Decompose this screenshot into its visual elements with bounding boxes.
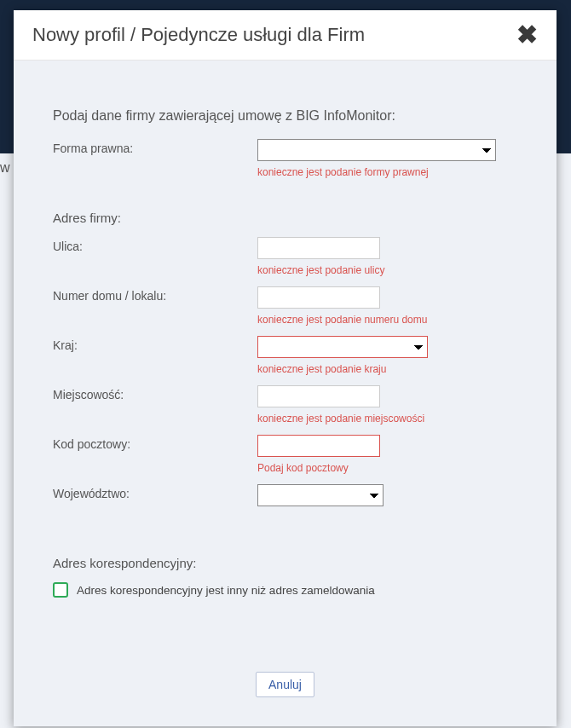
input-kod-pocztowy[interactable] [257,435,380,457]
row-kraj: Kraj: konieczne jest podanie kraju [53,336,517,382]
row-correspondence-checkbox: Adres korespondencyjny jest inny niż adr… [53,582,517,598]
label-ulica: Ulica: [53,237,257,253]
label-wojewodztwo: Województwo: [53,484,257,500]
section-company-data-title: Podaj dane firmy zawierającej umowę z BI… [53,108,517,124]
input-miejscowosc[interactable] [257,385,380,407]
input-numer-domu[interactable] [257,286,380,309]
row-miejscowosc: Miejscowość: konieczne jest podanie miej… [53,385,517,431]
input-ulica[interactable] [257,237,380,259]
modal-title: Nowy profil / Pojedyncze usługi dla Firm [32,24,365,46]
checkbox-different-correspondence-address[interactable] [53,582,68,598]
close-icon[interactable]: ✖ [516,22,538,48]
label-kod-pocztowy: Kod pocztowy: [53,435,257,451]
modal-new-profile: Nowy profil / Pojedyncze usługi dla Firm… [14,10,557,726]
section-correspondence-title: Adres korespondencyjny: [53,556,517,570]
row-kod-pocztowy: Kod pocztowy: Podaj kod pocztowy [53,435,517,481]
cancel-button[interactable]: Anuluj [256,672,314,697]
row-numer-domu: Numer domu / lokalu: konieczne jest poda… [53,286,517,332]
section-address-title: Adres firmy: [53,211,517,225]
error-kraj: konieczne jest podanie kraju [257,363,428,375]
modal-footer: Anuluj [14,646,557,726]
row-ulica: Ulica: konieczne jest podanie ulicy [53,237,517,283]
label-forma-prawna: Forma prawna: [53,139,257,155]
label-miejscowosc: Miejscowość: [53,385,257,402]
select-kraj[interactable] [257,336,428,358]
label-kraj: Kraj: [53,336,257,352]
error-kod-pocztowy: Podaj kod pocztowy [257,462,380,474]
modal-body: Podaj dane firmy zawierającej umowę z BI… [14,61,557,646]
select-wojewodztwo[interactable] [257,484,384,506]
error-miejscowosc: konieczne jest podanie miejscowości [257,413,424,425]
checkbox-label: Adres korespondencyjny jest inny niż adr… [77,584,375,597]
modal-header: Nowy profil / Pojedyncze usługi dla Firm… [14,10,557,61]
select-forma-prawna[interactable] [257,139,496,161]
error-numer-domu: konieczne jest podanie numeru domu [257,314,427,326]
row-forma-prawna: Forma prawna: konieczne jest podanie for… [53,139,517,185]
bg-stray-char: w [0,160,10,176]
error-ulica: konieczne jest podanie ulicy [257,264,384,276]
label-numer-domu: Numer domu / lokalu: [53,286,257,303]
error-forma-prawna: konieczne jest podanie formy prawnej [257,166,496,178]
row-wojewodztwo: Województwo: [53,484,517,530]
